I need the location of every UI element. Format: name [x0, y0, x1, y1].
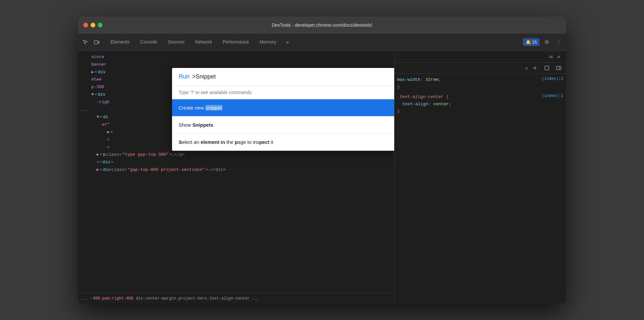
more-tabs-button[interactable]: » [283, 38, 292, 47]
tab-elements[interactable]: Elements [105, 34, 135, 51]
settings-button[interactable]: ⚙ [542, 38, 551, 47]
tab-bar: Elements Console Sources Network Perform… [78, 34, 566, 51]
add-style-button[interactable] [530, 63, 540, 73]
refresh-style-button[interactable] [542, 63, 551, 73]
tab-sources[interactable]: Sources [162, 34, 190, 51]
style-label: s [526, 66, 528, 71]
out-label: ut [549, 54, 553, 59]
devtools-window: DevTools - developer.chrome.com/docs/dev… [78, 16, 566, 304]
command-result-show-snippets[interactable]: Show Snippets Sources [172, 116, 395, 134]
css-source-label-2: (index):1 [542, 94, 563, 98]
toggle-sidebar-button[interactable] [554, 63, 563, 73]
notifications-icon: 🔔 [526, 40, 531, 45]
css-line: } [397, 83, 441, 91]
tab-memory[interactable]: Memory [254, 34, 282, 51]
element-line: score [78, 53, 394, 61]
command-input-row: Run [172, 68, 395, 86]
svg-rect-5 [556, 66, 561, 70]
svg-rect-1 [98, 41, 99, 44]
window-title: DevTools - developer.chrome.com/docs/dev… [272, 22, 372, 28]
tabs: Elements Console Sources Network Perform… [105, 34, 523, 51]
command-result-create-snippet[interactable]: Create new snippet Sources [172, 99, 395, 116]
styles-panel: ut » s [395, 51, 566, 304]
command-palette: Run Type '?' to see available commands C… [172, 68, 395, 151]
minimize-button[interactable] [91, 23, 95, 27]
tab-network[interactable]: Network [190, 34, 217, 51]
tab-console[interactable]: Console [135, 34, 162, 51]
more-vert-icon: ⋮ [556, 39, 561, 45]
css-line: max-width: 32rem; [397, 76, 441, 83]
svg-rect-4 [545, 66, 549, 70]
title-bar: DevTools - developer.chrome.com/docs/dev… [78, 16, 566, 34]
result-text-select-element: Select an element in the page to inspect… [179, 139, 395, 145]
run-label: Run [179, 73, 190, 80]
inspect-icon[interactable] [81, 38, 90, 47]
result-text-show-snippets: Show Snippets [179, 122, 395, 128]
device-icon[interactable] [92, 38, 101, 47]
right-toolbar: ut » [395, 51, 566, 63]
element-line: banner [78, 61, 394, 69]
chevron-right-icon: » [557, 54, 560, 60]
right-more-button[interactable]: » [554, 52, 563, 61]
traffic-lights [83, 23, 102, 27]
notifications-badge[interactable]: 🔔 15 [523, 38, 540, 46]
settings-icon: ⚙ [544, 39, 549, 45]
elements-panel: score banner ▶ <div etwe p-300 [78, 51, 395, 304]
element-line: ▶ <div class="gap-top-800 project-sectio… [78, 166, 394, 174]
main-content: score banner ▶ <div etwe p-300 [78, 51, 566, 304]
result-text-create-snippet: Create new snippet [179, 105, 395, 111]
css-selector-line: .text-align-center { [397, 93, 451, 101]
element-line: </div> [78, 159, 394, 166]
maximize-button[interactable] [98, 23, 102, 27]
breadcrumb: ... -400.pad-right-400 div.center-margin… [78, 293, 394, 304]
command-result-select-element[interactable]: Select an element in the page to inspect… [172, 134, 395, 151]
svg-rect-0 [94, 41, 98, 44]
css-property-line: text-align: center; [397, 101, 451, 108]
css-source-label: (index):1 [542, 77, 563, 81]
styles-content: max-width: 32rem; } (index):1 [395, 74, 566, 304]
tab-performance[interactable]: Performance [217, 34, 254, 51]
css-close-line: } [397, 108, 451, 115]
tab-right-actions: 🔔 15 ⚙ ⋮ [523, 38, 563, 47]
element-line: ▶ <p class="type gap-top-300">…</p> [78, 151, 394, 159]
more-options-button[interactable]: ⋮ [554, 38, 563, 47]
command-hint: Type '?' to see available commands [172, 86, 395, 99]
command-input[interactable] [192, 73, 395, 80]
devtools-panel: Elements Console Sources Network Perform… [78, 34, 566, 304]
close-button[interactable] [83, 23, 88, 27]
tab-icon-group [81, 38, 101, 47]
